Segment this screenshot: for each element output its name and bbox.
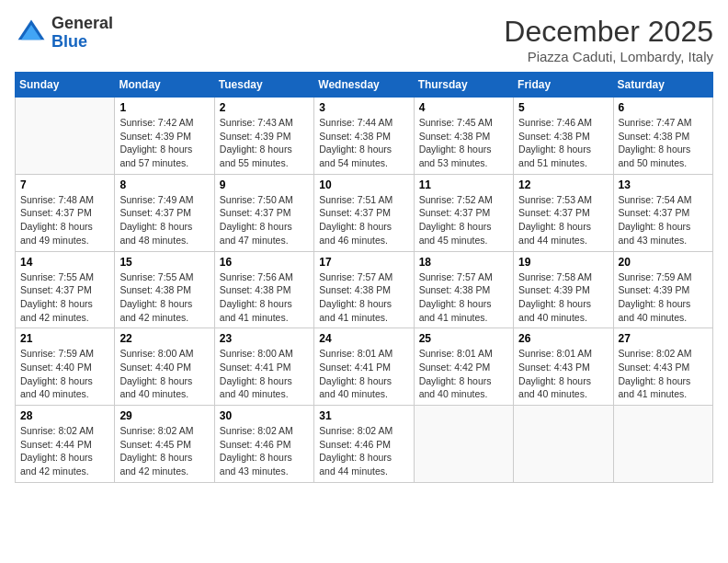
cell-info: Sunrise: 8:02 AMSunset: 4:46 PMDaylight:… xyxy=(220,424,309,478)
sunset-text: Sunset: 4:37 PM xyxy=(518,206,608,220)
sunrise-text: Sunrise: 8:02 AM xyxy=(20,424,109,438)
sunset-text: Sunset: 4:38 PM xyxy=(518,130,608,144)
calendar-cell xyxy=(613,406,712,483)
cell-info: Sunrise: 8:01 AMSunset: 4:42 PMDaylight:… xyxy=(419,347,508,401)
calendar-cell: 11Sunrise: 7:52 AMSunset: 4:37 PMDayligh… xyxy=(414,174,513,251)
cell-info: Sunrise: 7:46 AMSunset: 4:38 PMDaylight:… xyxy=(518,116,608,170)
sunrise-text: Sunrise: 8:01 AM xyxy=(319,347,408,361)
day-number: 5 xyxy=(518,101,608,114)
daylight-text: Daylight: 8 hours and 40 minutes. xyxy=(419,374,508,401)
calendar-cell: 6Sunrise: 7:47 AMSunset: 4:38 PMDaylight… xyxy=(613,98,712,175)
sunrise-text: Sunrise: 7:43 AM xyxy=(220,116,309,130)
day-number: 11 xyxy=(419,178,508,191)
sunrise-text: Sunrise: 7:56 AM xyxy=(220,270,309,284)
calendar-cell: 18Sunrise: 7:57 AMSunset: 4:38 PMDayligh… xyxy=(414,251,513,328)
month-title: December 2025 xyxy=(504,15,713,49)
daylight-text: Daylight: 8 hours and 57 minutes. xyxy=(119,143,209,169)
calendar-cell: 12Sunrise: 7:53 AMSunset: 4:37 PMDayligh… xyxy=(514,174,613,251)
day-number: 9 xyxy=(220,178,309,191)
cell-info: Sunrise: 7:50 AMSunset: 4:37 PMDaylight:… xyxy=(220,193,309,247)
cell-info: Sunrise: 8:01 AMSunset: 4:41 PMDaylight:… xyxy=(319,347,408,401)
sunrise-text: Sunrise: 7:55 AM xyxy=(119,270,209,284)
cell-info: Sunrise: 7:57 AMSunset: 4:38 PMDaylight:… xyxy=(319,270,408,325)
calendar-cell: 26Sunrise: 8:01 AMSunset: 4:43 PMDayligh… xyxy=(514,328,613,406)
daylight-text: Daylight: 8 hours and 44 minutes. xyxy=(319,451,408,477)
sunset-text: Sunset: 4:46 PM xyxy=(220,438,309,452)
day-number: 24 xyxy=(319,332,408,345)
logo-general: General xyxy=(51,14,113,32)
calendar-cell: 27Sunrise: 8:02 AMSunset: 4:43 PMDayligh… xyxy=(613,328,712,406)
daylight-text: Daylight: 8 hours and 42 minutes. xyxy=(119,451,209,477)
cell-info: Sunrise: 8:02 AMSunset: 4:46 PMDaylight:… xyxy=(319,424,408,478)
calendar-cell: 4Sunrise: 7:45 AMSunset: 4:38 PMDaylight… xyxy=(414,98,513,175)
calendar-cell: 2Sunrise: 7:43 AMSunset: 4:39 PMDaylight… xyxy=(214,98,313,175)
daylight-text: Daylight: 8 hours and 45 minutes. xyxy=(419,220,508,247)
cell-info: Sunrise: 8:02 AMSunset: 4:44 PMDaylight:… xyxy=(20,424,109,478)
sunset-text: Sunset: 4:37 PM xyxy=(619,206,708,220)
sunset-text: Sunset: 4:37 PM xyxy=(319,206,408,220)
sunset-text: Sunset: 4:38 PM xyxy=(419,130,508,144)
sunrise-text: Sunrise: 7:50 AM xyxy=(220,193,309,207)
calendar-cell: 7Sunrise: 7:48 AMSunset: 4:37 PMDaylight… xyxy=(16,174,115,251)
sunrise-text: Sunrise: 7:47 AM xyxy=(619,116,708,130)
daylight-text: Daylight: 8 hours and 41 minutes. xyxy=(619,374,708,401)
calendar-cell: 5Sunrise: 7:46 AMSunset: 4:38 PMDaylight… xyxy=(514,98,613,175)
calendar-week-row: 1Sunrise: 7:42 AMSunset: 4:39 PMDaylight… xyxy=(16,98,713,175)
daylight-text: Daylight: 8 hours and 42 minutes. xyxy=(20,451,109,477)
cell-info: Sunrise: 8:02 AMSunset: 4:43 PMDaylight:… xyxy=(619,347,708,401)
sunrise-text: Sunrise: 7:42 AM xyxy=(119,116,209,130)
daylight-text: Daylight: 8 hours and 55 minutes. xyxy=(220,143,309,169)
sunset-text: Sunset: 4:38 PM xyxy=(319,130,408,144)
daylight-text: Daylight: 8 hours and 48 minutes. xyxy=(119,220,209,247)
calendar-cell: 25Sunrise: 8:01 AMSunset: 4:42 PMDayligh… xyxy=(414,328,513,406)
calendar-cell: 29Sunrise: 8:02 AMSunset: 4:45 PMDayligh… xyxy=(115,406,214,483)
daylight-text: Daylight: 8 hours and 40 minutes. xyxy=(518,297,608,324)
calendar-week-row: 14Sunrise: 7:55 AMSunset: 4:37 PMDayligh… xyxy=(16,251,713,328)
cell-info: Sunrise: 7:59 AMSunset: 4:40 PMDaylight:… xyxy=(20,347,109,401)
calendar-cell: 24Sunrise: 8:01 AMSunset: 4:41 PMDayligh… xyxy=(314,328,414,406)
day-number: 29 xyxy=(119,409,209,422)
daylight-text: Daylight: 8 hours and 41 minutes. xyxy=(220,297,309,324)
sunrise-text: Sunrise: 7:48 AM xyxy=(20,193,109,207)
day-number: 7 xyxy=(20,178,109,191)
day-number: 27 xyxy=(619,332,708,345)
day-number: 1 xyxy=(119,101,209,114)
day-number: 20 xyxy=(619,256,708,269)
day-number: 15 xyxy=(119,256,209,269)
sunrise-text: Sunrise: 8:00 AM xyxy=(119,347,209,361)
calendar-cell: 10Sunrise: 7:51 AMSunset: 4:37 PMDayligh… xyxy=(314,174,414,251)
sunset-text: Sunset: 4:43 PM xyxy=(518,361,608,374)
sunrise-text: Sunrise: 8:02 AM xyxy=(220,424,309,438)
cell-info: Sunrise: 8:00 AMSunset: 4:40 PMDaylight:… xyxy=(119,347,209,401)
day-of-week-header: Tuesday xyxy=(214,73,313,98)
calendar-cell: 9Sunrise: 7:50 AMSunset: 4:37 PMDaylight… xyxy=(214,174,313,251)
sunrise-text: Sunrise: 7:53 AM xyxy=(518,193,608,207)
day-number: 26 xyxy=(518,332,608,345)
calendar-cell: 8Sunrise: 7:49 AMSunset: 4:37 PMDaylight… xyxy=(115,174,214,251)
day-number: 2 xyxy=(220,101,309,114)
sunrise-text: Sunrise: 7:44 AM xyxy=(319,116,408,130)
day-of-week-header: Saturday xyxy=(613,73,712,98)
sunset-text: Sunset: 4:45 PM xyxy=(119,438,209,452)
calendar-cell: 14Sunrise: 7:55 AMSunset: 4:37 PMDayligh… xyxy=(16,251,115,328)
sunrise-text: Sunrise: 7:59 AM xyxy=(20,347,109,361)
sunrise-text: Sunrise: 7:51 AM xyxy=(319,193,408,207)
day-number: 19 xyxy=(518,256,608,269)
sunset-text: Sunset: 4:39 PM xyxy=(619,283,708,297)
daylight-text: Daylight: 8 hours and 43 minutes. xyxy=(220,451,309,477)
title-block: December 2025 Piazza Caduti, Lombardy, I… xyxy=(504,15,713,64)
day-number: 10 xyxy=(319,178,408,191)
logo: General Blue xyxy=(15,15,113,52)
cell-info: Sunrise: 7:59 AMSunset: 4:39 PMDaylight:… xyxy=(619,270,708,325)
sunrise-text: Sunrise: 7:52 AM xyxy=(419,193,508,207)
day-number: 13 xyxy=(619,178,708,191)
calendar-cell: 31Sunrise: 8:02 AMSunset: 4:46 PMDayligh… xyxy=(314,406,414,483)
calendar-cell: 16Sunrise: 7:56 AMSunset: 4:38 PMDayligh… xyxy=(214,251,313,328)
logo-blue: Blue xyxy=(51,32,87,51)
daylight-text: Daylight: 8 hours and 54 minutes. xyxy=(319,143,408,169)
cell-info: Sunrise: 7:48 AMSunset: 4:37 PMDaylight:… xyxy=(20,193,109,247)
calendar-cell: 30Sunrise: 8:02 AMSunset: 4:46 PMDayligh… xyxy=(214,406,313,483)
day-number: 14 xyxy=(20,256,109,269)
cell-info: Sunrise: 7:52 AMSunset: 4:37 PMDaylight:… xyxy=(419,193,508,247)
sunrise-text: Sunrise: 8:00 AM xyxy=(220,347,309,361)
